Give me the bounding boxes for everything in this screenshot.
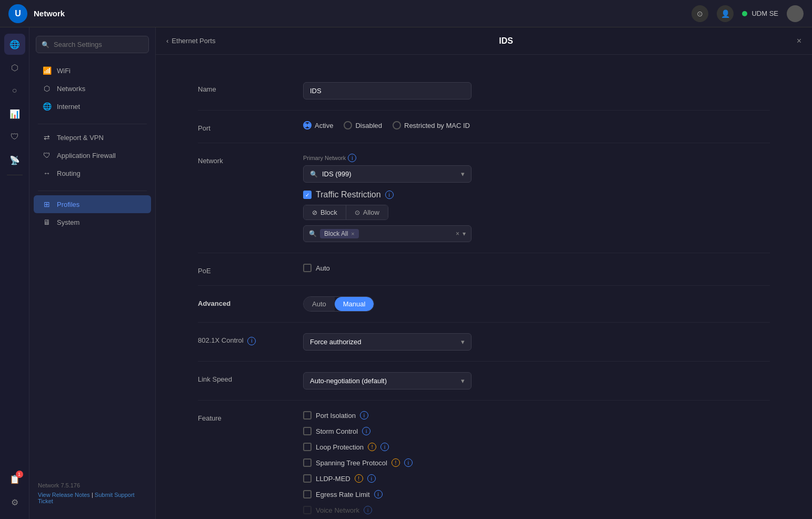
egress-rate-checkbox[interactable] xyxy=(303,490,312,498)
sidebar-label-internet: Internet xyxy=(57,103,80,111)
search-topbar-icon[interactable]: ⊙ xyxy=(691,5,708,22)
storm-control-info-icon[interactable]: i xyxy=(362,427,370,435)
system-icon: 🖥 xyxy=(42,218,52,226)
sidebar-icon-settings[interactable]: ⚙ xyxy=(4,492,25,513)
sidebar-item-networks[interactable]: ⬡ Networks xyxy=(34,79,151,97)
link-speed-select[interactable]: Auto-negotiation (default) ▾ xyxy=(303,372,472,390)
port-option-disabled[interactable]: Disabled xyxy=(344,121,382,129)
traffic-restriction-checkbox[interactable]: ✓ xyxy=(303,191,312,199)
storm-control-checkbox[interactable] xyxy=(303,427,312,435)
feature-egress-rate: Egress Rate Limit i xyxy=(303,490,770,498)
search-select-icon: 🔍 xyxy=(310,171,318,178)
search-input[interactable] xyxy=(54,41,143,48)
loop-protection-info-icon[interactable]: i xyxy=(380,443,389,451)
sidebar-icon-statistics[interactable]: 📊 xyxy=(4,103,25,124)
search-box[interactable]: 🔍 xyxy=(36,36,149,53)
dot1x-label-text: 802.1X Control xyxy=(198,336,244,344)
dot1x-select[interactable]: Force authorized ▾ xyxy=(303,333,472,351)
loop-protection-checkbox[interactable] xyxy=(303,443,312,451)
sidebar-item-routing[interactable]: ↔ Routing xyxy=(34,164,151,182)
user-icon[interactable]: 👤 xyxy=(717,5,734,22)
traffic-restriction-info-icon[interactable]: i xyxy=(385,191,394,199)
app-logo[interactable]: U xyxy=(8,4,27,23)
form-row-feature: Feature Port Isolation i Storm Control xyxy=(198,401,770,519)
primary-network-info-icon[interactable]: i xyxy=(348,154,356,162)
sidebar-icon-network[interactable]: 🌐 xyxy=(4,34,25,55)
profiles-icon: ⊞ xyxy=(42,200,52,208)
nav-group-security: ⇄ Teleport & VPN 🛡 Application Firewall … xyxy=(29,128,155,182)
sidebar-icon-topology[interactable]: ⬡ xyxy=(4,57,25,78)
advanced-toggle: Auto Manual xyxy=(303,296,374,312)
port-option-active[interactable]: Active xyxy=(303,121,333,129)
advanced-auto-btn[interactable]: Auto xyxy=(304,297,335,311)
sidebar-item-profiles[interactable]: ⊞ Profiles xyxy=(34,195,151,213)
poe-auto-label: Auto xyxy=(316,264,330,272)
advanced-auto-label: Auto xyxy=(312,300,326,308)
block-all-tag-remove[interactable]: × xyxy=(351,231,354,237)
tag-dropdown-icon[interactable]: ▾ xyxy=(463,230,466,237)
tag-clear-icon[interactable]: × xyxy=(456,230,459,237)
feature-spanning-tree: Spanning Tree Protocol ! i xyxy=(303,458,770,467)
spanning-tree-info-icon[interactable]: i xyxy=(404,458,413,467)
feature-lldp-med: LLDP-MED ! i xyxy=(303,474,770,483)
port-isolation-info-icon[interactable]: i xyxy=(360,411,368,420)
sidebar-icon-notifications[interactable]: 📋 1 xyxy=(4,468,25,490)
nav-sidebar: 🔍 📶 WiFi ⬡ Networks 🌐 Internet ⇄ Telepor… xyxy=(29,27,156,519)
lldp-med-info-icon[interactable]: i xyxy=(367,474,376,483)
name-control xyxy=(303,82,770,99)
poe-auto-checkbox[interactable] xyxy=(303,264,312,272)
traffic-restriction-row: ✓ Traffic Restriction i xyxy=(303,190,770,199)
advanced-manual-btn[interactable]: Manual xyxy=(335,297,374,311)
radio-mac xyxy=(393,121,401,129)
sidebar-icon-radio[interactable]: 📡 xyxy=(4,149,25,171)
close-button[interactable]: × xyxy=(797,36,801,46)
feature-voice-network: Voice Network i xyxy=(303,506,770,514)
form-row-name: Name xyxy=(198,72,770,111)
primary-network-text: Primary Network xyxy=(303,155,346,161)
port-isolation-checkbox[interactable] xyxy=(303,411,312,420)
spanning-tree-checkbox[interactable] xyxy=(303,458,312,467)
primary-network-label-row: Primary Network i xyxy=(303,154,770,162)
sidebar-item-application-firewall[interactable]: 🛡 Application Firewall xyxy=(34,146,151,164)
sidebar-item-internet[interactable]: 🌐 Internet xyxy=(34,97,151,115)
advanced-manual-label: Manual xyxy=(343,300,366,308)
radio-disabled xyxy=(344,121,352,129)
port-label: Port xyxy=(198,121,303,132)
sidebar-item-wifi[interactable]: 📶 WiFi xyxy=(34,62,151,79)
allow-button[interactable]: ⊙ Allow xyxy=(346,205,388,219)
sidebar-label-teleport: Teleport & VPN xyxy=(57,134,104,142)
spanning-tree-warn-icon[interactable]: ! xyxy=(392,458,400,467)
form-row-advanced: Advanced Auto Manual xyxy=(198,286,770,323)
tag-input[interactable]: 🔍 Block All × × ▾ xyxy=(303,225,472,242)
sidebar-item-system[interactable]: 🖥 System xyxy=(34,213,151,231)
notification-badge: 1 xyxy=(16,471,23,478)
block-allow-toggle: ⊘ Block ⊙ Allow xyxy=(303,205,388,220)
dot1x-info-icon[interactable]: i xyxy=(247,337,256,345)
port-active-label: Active xyxy=(315,122,333,129)
egress-rate-info-icon[interactable]: i xyxy=(374,490,383,498)
feature-list: Port Isolation i Storm Control i L xyxy=(303,411,770,514)
primary-network-select[interactable]: 🔍 IDS (999) ▾ xyxy=(303,165,472,183)
port-option-mac[interactable]: Restricted by MAC ID xyxy=(393,121,470,129)
sidebar-label-wifi: WiFi xyxy=(57,67,71,75)
lldp-med-checkbox[interactable] xyxy=(303,474,312,483)
sidebar-label-networks: Networks xyxy=(57,85,85,93)
poe-auto-option[interactable]: Auto xyxy=(303,264,770,272)
lldp-med-warn-icon[interactable]: ! xyxy=(355,474,363,483)
form-row-network: Network Primary Network i 🔍 IDS (999) ▾ xyxy=(198,143,770,253)
device-status-dot xyxy=(742,11,747,16)
sidebar-item-teleport-vpn[interactable]: ⇄ Teleport & VPN xyxy=(34,128,151,146)
voice-network-label: Voice Network xyxy=(316,506,359,514)
user-avatar[interactable] xyxy=(787,5,804,22)
sidebar-icon-clients[interactable]: ○ xyxy=(4,80,25,101)
voice-network-info-icon[interactable]: i xyxy=(364,506,372,514)
panel-title: IDS xyxy=(215,36,796,46)
block-icon: ⊘ xyxy=(312,209,317,216)
block-button[interactable]: ⊘ Block xyxy=(304,205,346,219)
sidebar-icon-security[interactable]: 🛡 xyxy=(4,126,25,147)
back-button[interactable]: ‹ Ethernet Ports xyxy=(166,37,215,45)
advanced-control: Auto Manual xyxy=(303,296,770,312)
name-input[interactable] xyxy=(303,82,472,99)
loop-protection-warn-icon[interactable]: ! xyxy=(368,443,376,451)
release-notes-link[interactable]: View Release Notes xyxy=(38,492,90,498)
